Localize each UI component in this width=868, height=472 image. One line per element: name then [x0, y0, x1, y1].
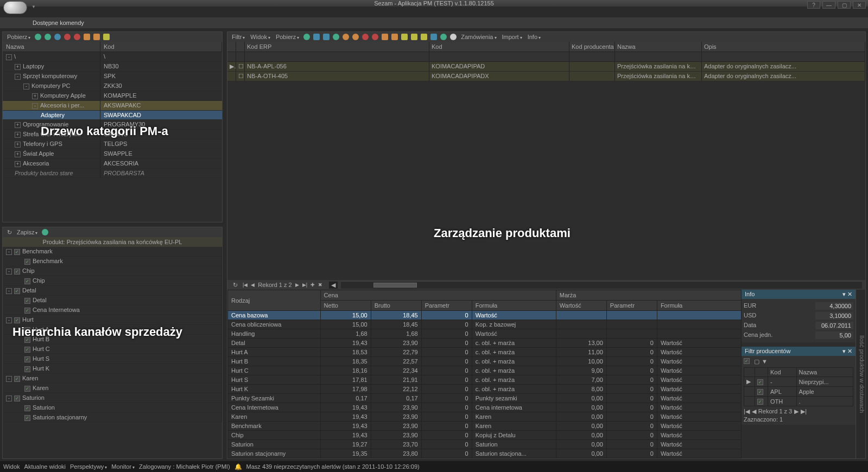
pager-del[interactable]: ✖	[318, 282, 322, 288]
panel-tools[interactable]: ▾ ✕	[842, 348, 852, 355]
doc-icon[interactable]	[449, 33, 458, 41]
delete-icon[interactable]	[63, 33, 72, 41]
pager-scroll-left[interactable]: ◀	[329, 282, 338, 289]
channel-row[interactable]: -✓Detal	[3, 286, 222, 296]
pager-prev[interactable]: ◀	[251, 282, 255, 288]
toggle-icon[interactable]: +	[32, 93, 38, 99]
toggle-icon[interactable]: +	[15, 64, 21, 70]
product-cell[interactable]: ☐	[236, 72, 245, 81]
producer-checkbox[interactable]: ✓	[755, 397, 768, 406]
info-dropdown[interactable]: Info	[525, 34, 543, 40]
filter-all-checkbox[interactable]: ✓	[744, 358, 750, 364]
cena-jedn-field[interactable]: 5,00	[815, 331, 853, 339]
tree-col-code[interactable]: Kod	[100, 42, 222, 52]
col-formula[interactable]: Formuła	[472, 301, 556, 311]
toggle-icon[interactable]: -	[15, 74, 21, 80]
c-icon[interactable]	[400, 33, 409, 41]
tree-row[interactable]: -Akcesoria i per...AKSWAPAKC	[3, 101, 222, 111]
col-opis[interactable]: Opis	[702, 42, 865, 52]
producer-row[interactable]: ✓APLApple	[744, 387, 853, 397]
status-aktualne[interactable]: Aktualne widoki	[24, 463, 66, 470]
toggle-icon[interactable]: -	[6, 396, 12, 401]
status-alerts[interactable]: Masz 439 nieprzeczytanych alertów (stan …	[246, 463, 420, 470]
toggle-icon[interactable]: +	[15, 132, 21, 138]
filter-clear-icon[interactable]: ▼	[762, 358, 768, 365]
import-dropdown[interactable]: Import	[500, 34, 524, 40]
pager-next[interactable]: ▶	[295, 282, 299, 288]
refresh-icon[interactable]	[302, 33, 311, 41]
channel-row[interactable]: ✓Benchmark	[3, 257, 222, 266]
col-parametr[interactable]: Parametr	[421, 301, 472, 311]
vertical-tab[interactable]: Ilość produktów w dostawach	[856, 290, 865, 458]
price-row[interactable]: Hurt K17,9822,120c. obl. + marża8,000War…	[228, 385, 742, 394]
price-row[interactable]: Cena obliczeniowa15,0018,450Kop. z bazow…	[228, 320, 742, 329]
toggle-icon[interactable]: -	[32, 103, 38, 109]
channel-checkbox[interactable]: ✓	[24, 347, 30, 353]
data-field[interactable]: 06.07.2011	[815, 322, 853, 329]
price-row[interactable]: Punkty Sezamki0,170,170Punkty sezamki0,0…	[228, 394, 742, 403]
channel-row[interactable]: -✓Hurt	[3, 315, 222, 325]
add-icon[interactable]	[332, 33, 340, 41]
file-icon[interactable]	[429, 33, 438, 41]
fp-next[interactable]: ▶	[794, 408, 799, 415]
channel-checkbox[interactable]: ✓	[24, 308, 30, 314]
col-m-parametr[interactable]: Parametr	[606, 301, 657, 311]
status-widok[interactable]: Widok	[3, 463, 20, 470]
producer-checkbox[interactable]: ✓	[755, 377, 768, 387]
expand-icon[interactable]	[102, 33, 111, 41]
toggle-icon[interactable]: -	[6, 317, 12, 323]
pager-refresh-icon[interactable]: ↻	[231, 280, 239, 289]
reload-icon[interactable]	[41, 228, 49, 237]
tree-row[interactable]: +Komputery AppleKOMAPPLE	[3, 91, 222, 101]
price-row[interactable]: Cena bazowa15,0018,450Wartość	[228, 311, 742, 320]
status-perspektywy[interactable]: Perspektywy	[70, 463, 107, 470]
widok-dropdown[interactable]: Widok	[248, 34, 273, 40]
b-icon[interactable]	[390, 33, 399, 41]
close-button[interactable]: ✕	[853, 1, 866, 9]
pobierz-dropdown[interactable]: Pobierz	[274, 34, 301, 40]
toggle-icon[interactable]: +	[15, 142, 21, 148]
toggle-icon[interactable]: +	[15, 161, 21, 167]
tree-row[interactable]: +Telefony i GPSTELGPS	[3, 139, 222, 149]
price-row[interactable]: Karen19,4323,900Karen0,000Wartość	[228, 412, 742, 422]
command-bar[interactable]: Dostępne komendy	[0, 17, 868, 28]
price-row[interactable]: Chip19,4323,900Kopiuj z Detalu0,000Warto…	[228, 431, 742, 440]
channel-checkbox[interactable]: ✓	[14, 317, 20, 323]
channel-checkbox[interactable]: ✓	[24, 415, 30, 421]
app-orb[interactable]	[3, 1, 27, 14]
toggle-icon[interactable]: -	[6, 54, 12, 60]
tree-row[interactable]: Produkty bardzo starePRODBARSTA	[3, 169, 222, 178]
tree-row[interactable]: -\\	[3, 52, 222, 62]
price-row[interactable]: Saturion19,2723,700Saturion0,000Wartość	[228, 440, 742, 449]
zamowienia-dropdown[interactable]: Zamówienia	[459, 34, 498, 40]
panel-tools[interactable]: ▾ ✕	[842, 291, 852, 298]
producer-row[interactable]: ✓OTH.	[744, 397, 853, 406]
channel-row[interactable]: ✓Saturion stacjonarny	[3, 413, 222, 423]
a-icon[interactable]	[381, 33, 389, 41]
pobierz-dropdown[interactable]: Pobierz	[5, 34, 33, 40]
bell-icon[interactable]: 🔔	[235, 463, 242, 470]
price-row[interactable]: Saturion stacjonarny19,3523,800Saturion …	[228, 449, 742, 458]
filter-none-icon[interactable]: ▢	[754, 358, 759, 365]
tree-col-name[interactable]: Nazwa	[3, 42, 100, 52]
maximize-button[interactable]: ▢	[838, 1, 851, 9]
h-scrollbar[interactable]	[341, 281, 862, 289]
channel-row[interactable]: -✓Karen	[3, 374, 222, 384]
price-grid[interactable]: Rodzaj Cena Marża Netto Brutto Parametr …	[227, 290, 742, 458]
channel-checkbox[interactable]: ✓	[24, 259, 30, 265]
pager-first[interactable]: |◀	[243, 282, 248, 288]
tree-row[interactable]: -Komputery PCZKK30	[3, 81, 222, 91]
e-icon[interactable]	[420, 33, 428, 41]
toggle-icon[interactable]: -	[23, 84, 29, 90]
producer-checkbox[interactable]: ✓	[755, 387, 768, 397]
help-button[interactable]: ?	[807, 1, 820, 9]
refresh-icon[interactable]: ↻	[5, 228, 14, 237]
channel-row[interactable]: ✓Hurt C	[3, 345, 222, 354]
price-row[interactable]: Benchmark19,4323,900Karen0,000Wartość	[228, 422, 742, 431]
toggle-icon[interactable]: +	[15, 122, 21, 128]
fp-last[interactable]: ▶|	[801, 408, 807, 415]
price-row[interactable]: Hurt S17,8121,910c. obl. + marża7,000War…	[228, 375, 742, 385]
toggle-icon[interactable]: -	[6, 288, 12, 294]
channels-body[interactable]: -✓Benchmark✓Benchmark-✓Chip✓Chip-✓Detal✓…	[3, 247, 222, 458]
col-rodzaj[interactable]: Rodzaj	[228, 290, 321, 311]
